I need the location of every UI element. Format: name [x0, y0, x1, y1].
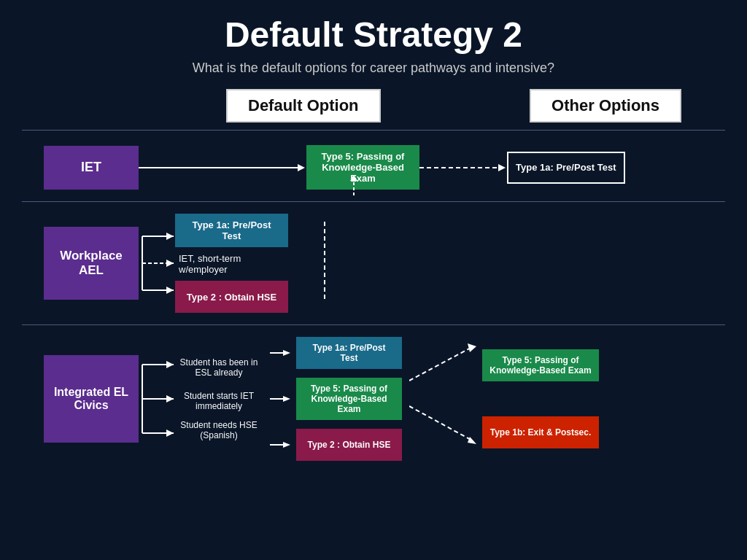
elcivics-branch-svg [139, 351, 175, 446]
elcivics-branch-labels: Student has been in ESL already Student … [175, 357, 263, 440]
svg-marker-13 [166, 287, 174, 294]
divider-1 [22, 130, 725, 131]
elcivics-other-arrows [409, 348, 482, 450]
svg-marker-10 [166, 260, 174, 267]
elcivics-branch1-box: Type 1a: Pre/Post Test [296, 337, 402, 369]
divider-2 [22, 201, 725, 202]
workplace-branch3-box: Type 2 : Obtain HSE [175, 281, 288, 313]
workplace-vertical-dashed [317, 222, 332, 302]
subtitle: What is the default options for career p… [22, 61, 725, 76]
elcivics-branch3-box: Type 2 : Obtain HSE [296, 429, 402, 461]
page-title: Default Strategy 2 [22, 15, 725, 55]
header-labels: Default Option Other Options [22, 89, 725, 122]
page-container: Default Strategy 2 What is the default o… [0, 0, 747, 560]
svg-marker-5 [350, 175, 357, 181]
workplace-box: Workplace AEL [44, 227, 139, 300]
svg-marker-19 [166, 395, 174, 402]
default-option-label: Default Option [226, 89, 381, 122]
svg-marker-8 [166, 233, 174, 240]
svg-line-31 [409, 406, 473, 441]
elcivics-branch2-text: Student starts IET immediately [175, 391, 263, 411]
iet-default-box: Type 5: Passing of Knowledge-Based Exam [306, 145, 419, 190]
workplace-section: Workplace AEL Type 1a: Pre/Post Test IET… [22, 208, 725, 319]
workplace-branch2-text: IET, short-term w/employer [175, 253, 288, 275]
svg-marker-24 [283, 350, 290, 356]
svg-marker-22 [166, 429, 174, 437]
svg-marker-26 [283, 396, 290, 402]
svg-marker-1 [298, 164, 305, 171]
svg-marker-3 [498, 164, 506, 171]
workplace-branches: Type 1a: Pre/Post Test IET, short-term w… [175, 214, 288, 313]
elcivics-other-boxes: Type 5: Passing of Knowledge-Based Exam … [482, 349, 599, 448]
elcivics-other-box2: Type 1b: Exit & Postsec. [482, 416, 599, 448]
elcivics-branch1-text: Student has been in ESL already [175, 357, 263, 378]
svg-line-29 [409, 346, 473, 381]
iet-dashed-arrow [419, 160, 507, 175]
elcivics-section: Integrated EL Civics Student has been in… [22, 331, 725, 467]
svg-marker-30 [468, 343, 476, 352]
svg-marker-28 [283, 442, 290, 448]
elcivics-arrows-boxes: Type 1a: Pre/Post Test Type 5: Passing o… [270, 337, 402, 461]
iet-other-box: Type 1a: Pre/Post Test [507, 152, 625, 184]
iet-box: IET [44, 146, 139, 190]
iet-arrow-1 [139, 160, 306, 175]
elcivics-box: Integrated EL Civics [44, 355, 139, 443]
elcivics-branch2-box: Type 5: Passing of Knowledge-Based Exam [296, 378, 402, 420]
other-options-label: Other Options [530, 89, 681, 122]
elcivics-other-box1: Type 5: Passing of Knowledge-Based Exam [482, 349, 599, 381]
elcivics-branch3-text: Student needs HSE (Spanish) [175, 420, 263, 440]
workplace-branch-svg [139, 223, 175, 303]
svg-marker-17 [166, 361, 174, 368]
workplace-branch1-box: Type 1a: Pre/Post Test [175, 214, 288, 247]
iet-section: IET Type 5: Passing of Knowledge-Based E… [22, 136, 725, 195]
divider-3 [22, 324, 725, 325]
